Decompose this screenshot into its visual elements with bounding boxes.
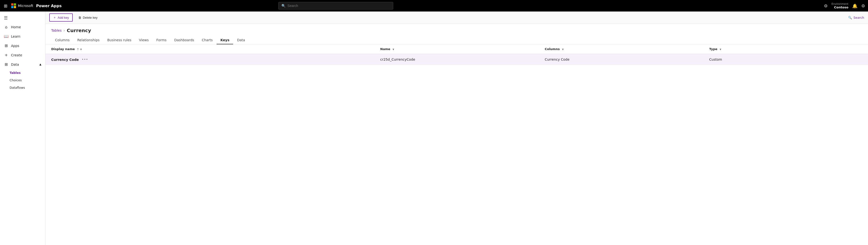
tab-relationships[interactable]: Relationships xyxy=(73,36,103,44)
body: ☰ ⌂ Home 📖 Learn ⊞ Apps + Create ⊞ Data … xyxy=(0,11,868,245)
columns-filter-icon: ∨ xyxy=(562,48,564,51)
sidebar-item-home-label: Home xyxy=(11,25,21,29)
cell-name: cr25d_CurrencyCode xyxy=(375,54,539,65)
tab-data[interactable]: Data xyxy=(233,36,249,44)
table-row[interactable]: Currency Code ··· cr25d_CurrencyCode Cur… xyxy=(45,54,868,65)
sidebar-item-data-label: Data xyxy=(11,62,19,66)
cell-type: Custom xyxy=(704,54,868,65)
tab-keys[interactable]: Keys xyxy=(217,36,233,44)
sidebar-item-home[interactable]: ⌂ Home xyxy=(0,22,45,32)
breadcrumb-current: Currency xyxy=(67,28,91,33)
delete-key-button[interactable]: 🗑 Delete key xyxy=(75,14,101,21)
home-icon: ⌂ xyxy=(4,25,9,29)
name-filter-icon: ∨ xyxy=(392,48,394,51)
tab-business-rules[interactable]: Business rules xyxy=(103,36,135,44)
topbar-right: ⚙ Environment Contoso 🔔 ⚙ xyxy=(824,2,865,9)
environment-name: Contoso xyxy=(834,5,848,9)
environment-info: Environment Contoso xyxy=(832,2,848,9)
breadcrumb-separator: › xyxy=(64,29,65,32)
table-area: Display name ↑ ∨ Name ∨ Columns ∨ Type xyxy=(45,44,868,245)
chevron-up-icon: ▲ xyxy=(39,63,41,66)
sidebar-item-learn[interactable]: 📖 Learn xyxy=(0,32,45,41)
toolbar-search[interactable]: 🔍 Search xyxy=(848,16,864,20)
trash-icon: 🗑 xyxy=(78,16,81,20)
sidebar-toggle[interactable]: ☰ xyxy=(0,13,45,22)
breadcrumb: Tables › Currency xyxy=(45,24,868,33)
col-header-type[interactable]: Type ∨ xyxy=(704,44,868,54)
sidebar-item-tables[interactable]: Tables xyxy=(0,69,45,77)
delete-key-label: Delete key xyxy=(83,16,97,20)
learn-icon: 📖 xyxy=(4,34,9,38)
cell-display-name: Currency Code ··· xyxy=(45,54,375,65)
apps-icon: ⊞ xyxy=(4,44,9,48)
topbar: ⊞ Microsoft Power Apps 🔍 ⚙ Environment C… xyxy=(0,0,868,11)
add-key-label: Add key xyxy=(58,16,69,20)
sidebar-dataflows-label: Dataflows xyxy=(9,86,25,89)
data-icon: ⊞ xyxy=(4,62,9,66)
add-key-button[interactable]: ＋ Add key xyxy=(49,13,73,22)
tab-forms[interactable]: Forms xyxy=(152,36,170,44)
create-icon: + xyxy=(4,53,9,57)
sidebar-item-create-label: Create xyxy=(11,53,22,57)
type-filter-icon: ∨ xyxy=(719,48,721,51)
tab-views[interactable]: Views xyxy=(135,36,153,44)
sidebar-item-choices[interactable]: Choices xyxy=(0,77,45,84)
sidebar: ☰ ⌂ Home 📖 Learn ⊞ Apps + Create ⊞ Data … xyxy=(0,11,45,245)
toolbar: ＋ Add key 🗑 Delete key 🔍 Search xyxy=(45,11,868,24)
col-header-name[interactable]: Name ∨ xyxy=(375,44,539,54)
tabs: Columns Relationships Business rules Vie… xyxy=(45,33,868,44)
tab-charts[interactable]: Charts xyxy=(198,36,217,44)
sidebar-item-apps[interactable]: ⊞ Apps xyxy=(0,41,45,50)
sidebar-choices-label: Choices xyxy=(9,78,22,82)
search-input[interactable] xyxy=(287,4,390,8)
plus-icon: ＋ xyxy=(53,15,56,20)
main-content: ＋ Add key 🗑 Delete key 🔍 Search Tables ›… xyxy=(45,11,868,245)
sidebar-item-learn-label: Learn xyxy=(11,34,20,38)
app-name: Power Apps xyxy=(36,4,62,8)
col-header-display-name[interactable]: Display name ↑ ∨ xyxy=(45,44,375,54)
sidebar-item-dataflows[interactable]: Dataflows xyxy=(0,84,45,91)
tab-dashboards[interactable]: Dashboards xyxy=(170,36,198,44)
sidebar-tables-label: Tables xyxy=(9,71,21,75)
cell-columns: Currency Code xyxy=(539,54,703,65)
sidebar-item-data[interactable]: ⊞ Data ▲ xyxy=(0,60,45,69)
sort-asc-icon: ↑ ∨ xyxy=(77,48,82,51)
waffle-icon[interactable]: ⊞ xyxy=(3,2,8,9)
search-icon: 🔍 xyxy=(848,16,852,20)
search-label: Search xyxy=(854,16,864,20)
sidebar-item-create[interactable]: + Create xyxy=(0,50,45,60)
logo: Microsoft xyxy=(11,3,33,8)
help-icon[interactable]: ⚙ xyxy=(824,3,828,8)
global-search[interactable]: 🔍 xyxy=(278,2,393,9)
row-context-menu[interactable]: ··· xyxy=(80,57,90,62)
environment-label: Environment xyxy=(832,2,848,5)
notification-icon[interactable]: 🔔 xyxy=(852,3,858,8)
sidebar-item-apps-label: Apps xyxy=(11,44,20,48)
search-icon: 🔍 xyxy=(281,4,285,8)
col-header-columns[interactable]: Columns ∨ xyxy=(539,44,703,54)
microsoft-logo xyxy=(11,3,16,8)
settings-icon[interactable]: ⚙ xyxy=(861,3,865,8)
breadcrumb-parent[interactable]: Tables xyxy=(51,29,62,32)
tab-columns[interactable]: Columns xyxy=(51,36,73,44)
microsoft-label: Microsoft xyxy=(18,4,33,8)
keys-table: Display name ↑ ∨ Name ∨ Columns ∨ Type xyxy=(45,44,868,65)
